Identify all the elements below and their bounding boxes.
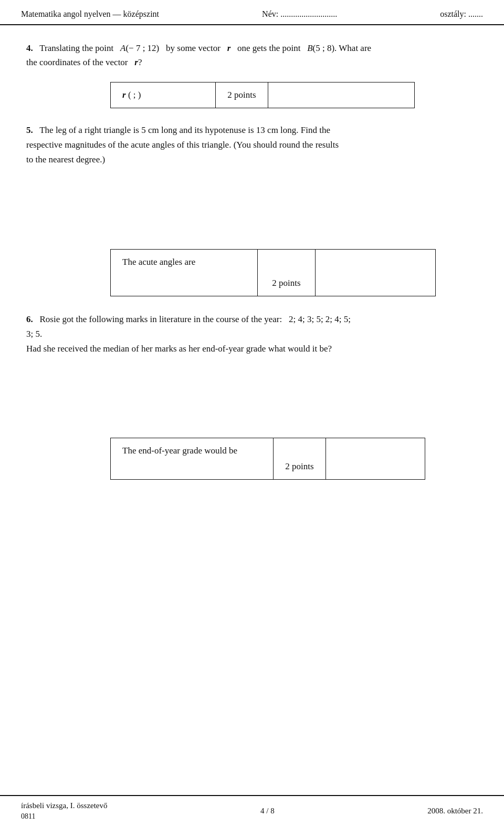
q4-B-coords: (5 ; 8) <box>313 43 335 53</box>
q5-text1: The leg of a right triangle is 5 cm long… <box>39 125 330 135</box>
q4-point-B: B <box>307 43 312 53</box>
q5-answer-row: The acute angles are 2 points <box>110 249 436 296</box>
header-center: Név: ........................... <box>159 9 440 19</box>
class-dots: ....... <box>468 9 483 18</box>
question-6-text: 6. Rosie got the following marks in lite… <box>26 312 478 356</box>
question-6-block: 6. Rosie got the following marks in lite… <box>26 312 478 480</box>
question-5-text: 5. The leg of a right triangle is 5 cm l… <box>26 123 478 167</box>
q4-points: 2 points <box>216 82 268 108</box>
q6-text2: Had she received the median of her marks… <box>26 344 332 354</box>
footer: írásbeli vizsga, I. összetevő 0811 4 / 8… <box>0 795 504 826</box>
q5-answer-text: The acute angles are <box>122 257 195 267</box>
footer-exam-label: írásbeli vizsga, I. összetevő <box>21 801 108 810</box>
q6-answer-text: The end-of-year grade would be <box>122 446 237 456</box>
footer-right: 2008. október 21. <box>427 807 483 815</box>
q5-text3: to the nearest degree.) <box>26 154 105 164</box>
q4-vector-r2: r <box>134 57 138 67</box>
q6-work-area <box>26 359 478 422</box>
question-4-block: 4. Translating the point A(− 7 ; 12) by … <box>26 41 478 108</box>
q6-answer-label: The end-of-year grade would be <box>111 438 274 479</box>
q6-score-box <box>326 438 379 479</box>
q5-answer-label: The acute angles are <box>111 250 258 296</box>
q6-answer-row: The end-of-year grade would be 2 points <box>110 438 425 480</box>
q5-points-label: 2 points <box>272 278 300 288</box>
q4-answer-label: r ( ; ) <box>111 82 216 108</box>
q4-points-label: 2 points <box>227 90 256 100</box>
q6-text1: Rosie got the following marks in literat… <box>40 314 351 324</box>
q4-text2: by some vector <box>166 43 220 53</box>
q4-text4: the coordinates of the vector <box>26 57 128 67</box>
q5-work-area <box>26 170 478 233</box>
main-content: 4. Translating the point A(− 7 ; 12) by … <box>0 25 504 538</box>
footer-left-area: írásbeli vizsga, I. összetevő 0811 <box>21 801 108 821</box>
class-label: osztály: <box>440 9 466 18</box>
footer-page-number: 4 / 8 <box>260 807 275 815</box>
q5-points: 2 points <box>258 250 316 296</box>
q4-text3: one gets the point <box>237 43 300 53</box>
subject-title: Matematika angol nyelven — középszint <box>21 9 159 18</box>
q4-vector-r: r <box>227 43 231 53</box>
name-label: Név: <box>262 9 278 18</box>
header-right: osztály: ....... <box>440 9 483 19</box>
q4-score-box <box>268 82 321 108</box>
q6-number: 6. <box>26 314 33 324</box>
footer-code: 0811 <box>21 812 108 821</box>
q5-score-box <box>316 250 373 296</box>
header: Matematika angol nyelven — középszint Né… <box>0 0 504 25</box>
q6-points-label: 2 points <box>285 461 313 472</box>
q4-answer-row: r ( ; ) 2 points <box>110 82 415 108</box>
page: Matematika angol nyelven — középszint Né… <box>0 0 504 826</box>
q4-answer-coords: ( ; ) <box>128 90 141 100</box>
header-left: Matematika angol nyelven — középszint <box>21 9 159 19</box>
q4-number: 4. <box>26 43 33 53</box>
q4-text1: Translating the point <box>39 43 113 53</box>
q5-number: 5. <box>26 125 33 135</box>
q4-A-coords: (− 7 ; 12) <box>125 43 159 53</box>
q5-text2: respective magnitudes of the acute angle… <box>26 140 339 150</box>
question-5-block: 5. The leg of a right triangle is 5 cm l… <box>26 123 478 296</box>
name-dots: ........................... <box>280 9 337 18</box>
question-4-text: 4. Translating the point A(− 7 ; 12) by … <box>26 41 478 69</box>
q6-text1b: 3; 5. <box>26 329 42 339</box>
q6-points: 2 points <box>274 438 326 479</box>
q4-point-A: A <box>120 43 125 53</box>
